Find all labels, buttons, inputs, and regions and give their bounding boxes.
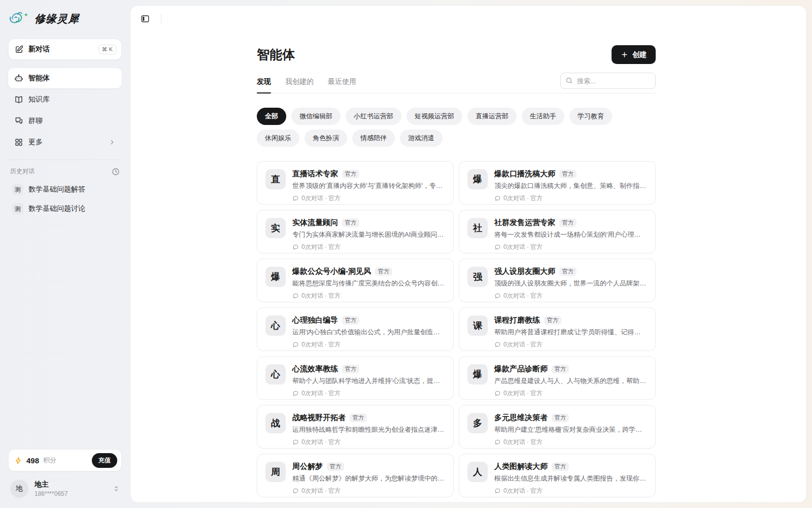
filter-chip[interactable]: 短视频运营部 — [407, 108, 462, 125]
create-button[interactable]: 创建 — [612, 45, 656, 64]
tab[interactable]: 发现 — [257, 77, 271, 93]
agent-card[interactable]: 课 课程打磨教练 官方 帮助用户将普通课程打磨成'让学员听得懂、记得住、愿意..… — [459, 307, 656, 351]
user-menu[interactable]: 地 地主 186****0657 — [8, 480, 122, 498]
agent-card[interactable]: 多 多元思维决策者 官方 帮助用户建立'思维格栅'应对复杂商业决策，跨学科思维解… — [459, 405, 656, 449]
agent-avatar: 周 — [265, 462, 286, 482]
official-badge: 官方 — [552, 462, 569, 471]
agent-stats-text: 0次对话 · 官方 — [301, 292, 341, 300]
filter-chip[interactable]: 微信编辑部 — [291, 108, 341, 125]
sidebar-item[interactable]: 智能体 — [8, 68, 122, 88]
agent-title: 直播话术专家 — [292, 169, 338, 179]
chevron-right-icon — [109, 139, 116, 146]
agent-avatar: 爆 — [265, 267, 286, 287]
agent-card[interactable]: 爆 爆款产品诊断师 官方 产品思维是建设人与人、人与物关系的思维，帮助用户洞..… — [459, 356, 656, 400]
history-item[interactable]: 测 数学基础问题解答 — [8, 180, 122, 199]
agent-stats-text: 0次对话 · 官方 — [301, 340, 341, 349]
search-box — [560, 73, 656, 89]
agent-card[interactable]: 人 人类图解读大师 官方 根据出生信息生成并解读专属人类图报告，发现你的天赋..… — [459, 454, 656, 497]
chat-bubble-icon — [292, 244, 299, 250]
agent-card[interactable]: 战 战略视野开拓者 官方 运用独特战略哲学和前瞻性眼光为创业者指点迷津，把握..… — [257, 405, 454, 449]
history-header: 历史对话 — [8, 167, 122, 176]
brand-name: 修缘灵犀 — [35, 12, 79, 26]
filter-chip[interactable]: 生活助手 — [522, 108, 564, 125]
official-badge: 官方 — [342, 316, 359, 325]
agent-card[interactable]: 强 强人设朋友圈大师 官方 顶级的强人设朋友圈大师，世界一流的个人品牌架构师，.… — [459, 259, 656, 302]
agent-avatar: 心 — [265, 315, 286, 336]
chat-bubble-icon — [292, 195, 299, 202]
agent-title: 爆款产品诊断师 — [494, 364, 548, 374]
official-badge: 官方 — [559, 218, 577, 227]
sidebar-toggle-icon[interactable] — [139, 12, 152, 25]
sidebar-nav: 智能体 知识库 群聊 更多 — [8, 68, 122, 152]
agent-title: 周公解梦 — [292, 462, 323, 471]
search-icon — [565, 77, 573, 84]
filter-chip[interactable]: 学习教育 — [569, 108, 612, 125]
agent-card[interactable]: 心 心流效率教练 官方 帮助个人与团队科学地进入并维持'心流'状态，提升工作效.… — [257, 356, 454, 400]
agent-card[interactable]: 心 心理独白编导 官方 运用'内心独白'式价值输出公式，为用户批量创造或改编短.… — [257, 307, 454, 351]
filter-chip[interactable]: 全部 — [257, 108, 286, 125]
agent-stats: 0次对话 · 官方 — [494, 243, 647, 251]
sidebar-item[interactable]: 更多 — [8, 132, 122, 152]
grid-icon — [14, 138, 23, 147]
agent-description: 帮助个人与团队科学地进入并维持'心流'状态，提升工作效... — [292, 376, 445, 386]
agent-title: 战略视野开拓者 — [292, 413, 346, 423]
filter-chip[interactable]: 角色扮演 — [304, 130, 347, 147]
chat-bubble-icon — [292, 341, 299, 348]
filter-chip[interactable]: 情感陪伴 — [352, 130, 395, 147]
recharge-button[interactable]: 充值 — [92, 453, 117, 468]
agent-card[interactable]: 社 社群发售运营专家 官方 将每一次发售都设计成一场精心策划的'用户心理旅程'，… — [459, 210, 656, 253]
agent-stats-text: 0次对话 · 官方 — [301, 194, 341, 203]
search-input[interactable] — [560, 73, 656, 89]
filter-chip[interactable]: 小红书运营部 — [346, 108, 401, 125]
filter-chip[interactable]: 游戏消遣 — [400, 130, 443, 147]
agent-stats-text: 0次对话 · 官方 — [503, 292, 543, 300]
agent-stats: 0次对话 · 官方 — [494, 292, 647, 300]
official-badge: 官方 — [552, 365, 569, 373]
agent-card[interactable]: 实 实体流量顾问 官方 专门为实体商家解决流量与增长困境的AI商业顾问，提供..… — [257, 210, 454, 253]
sidebar: 修缘灵犀 新对话 ⌘ K 智能体 知识库 群聊 更多 — [0, 0, 130, 508]
agent-stats-text: 0次对话 · 官方 — [301, 438, 341, 447]
agent-card[interactable]: 周 周公解梦 官方 精通《周公解梦》的解梦大师，为您解读梦境中的深层含义 0次对… — [257, 454, 454, 497]
history-item-avatar: 测 — [12, 203, 23, 214]
agent-avatar: 人 — [467, 462, 488, 482]
agent-stats-text: 0次对话 · 官方 — [503, 194, 543, 203]
chat-bubble-icon — [494, 195, 501, 202]
agent-stats: 0次对话 · 官方 — [292, 340, 445, 349]
new-chat-button[interactable]: 新对话 ⌘ K — [8, 39, 122, 60]
tab[interactable]: 我创建的 — [285, 77, 314, 93]
official-badge: 官方 — [342, 365, 359, 373]
chat-bubble-icon — [292, 439, 299, 446]
tab-label: 我创建的 — [285, 77, 314, 85]
tab[interactable]: 最近使用 — [328, 77, 356, 93]
official-badge: 官方 — [544, 316, 561, 325]
agent-card[interactable]: 直 直播话术专家 官方 世界顶级的'直播内容大师'与'直播转化架构师'，专注帮助… — [257, 161, 454, 205]
agent-card[interactable]: 爆 爆款公众号小编-洞见风 官方 能将思想深度与传播广度完美结合的公众号内容创作… — [257, 259, 454, 302]
tab-label: 最近使用 — [328, 77, 356, 85]
filter-chip[interactable]: 直播运营部 — [467, 108, 517, 125]
divider — [161, 14, 161, 23]
chat-bubble-icon — [494, 244, 501, 250]
history-item[interactable]: 测 数学基础问题讨论 — [8, 199, 122, 218]
credits-unit: 积分 — [43, 456, 88, 465]
sidebar-item-label: 群聊 — [28, 116, 116, 125]
agent-title: 人类图解读大师 — [494, 462, 548, 471]
chat-bubble-icon — [494, 488, 501, 494]
agent-stats-text: 0次对话 · 官方 — [503, 389, 543, 398]
official-badge: 官方 — [327, 462, 344, 471]
robot-icon — [14, 74, 23, 83]
new-chat-label: 新对话 — [28, 45, 93, 54]
filter-chip[interactable]: 休闲娱乐 — [257, 130, 299, 147]
agent-description: 顶级的强人设朋友圈大师，世界一流的个人品牌架构师，... — [494, 279, 647, 288]
agent-description: 运用独特战略哲学和前瞻性眼光为创业者指点迷津，把握... — [292, 425, 445, 434]
chat-bubble-icon — [292, 390, 299, 397]
agent-card[interactable]: 爆 爆款口播洗稿大师 官方 顶尖的爆款口播洗稿大师，集创意、策略、制作指导于一.… — [459, 161, 656, 205]
sidebar-item[interactable]: 知识库 — [8, 89, 122, 110]
sidebar-item[interactable]: 群聊 — [8, 111, 122, 131]
tabs: 发现 我创建的 最近使用 — [257, 77, 656, 93]
agents-page: 智能体 创建 发现 我创建的 最近使用 全部微信编 — [257, 45, 656, 497]
agent-stats: 0次对话 · 官方 — [292, 194, 445, 203]
agent-avatar: 社 — [467, 218, 488, 238]
agent-stats: 0次对话 · 官方 — [494, 389, 647, 398]
agent-description: 帮助用户建立'思维格栅'应对复杂商业决策，跨学科思维解... — [494, 425, 647, 434]
chat-bubble-icon — [494, 341, 501, 348]
